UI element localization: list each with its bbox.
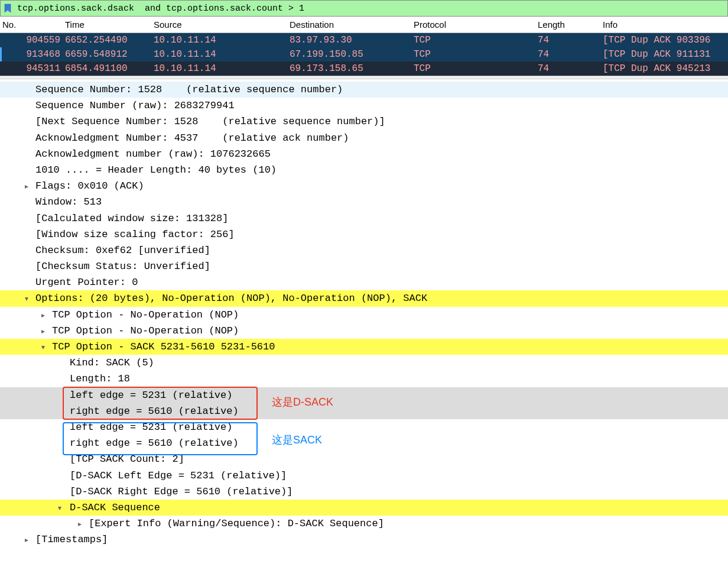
field-next-seq[interactable]: [Next Sequence Number: 1528 (relative se… <box>0 114 728 129</box>
field-options[interactable]: ▾Options: (20 bytes), No-Operation (NOP)… <box>0 290 728 306</box>
column-source[interactable]: Source <box>154 20 290 30</box>
column-info[interactable]: Info <box>603 20 728 30</box>
field-checksum-status[interactable]: [Checksum Status: Unverified] <box>0 258 728 274</box>
field-right-edge-1[interactable]: right edge = 5610 (relative) <box>0 403 728 419</box>
field-right-edge-2[interactable]: right edge = 5610 (relative) <box>0 435 728 451</box>
field-sack-kind[interactable]: Kind: SACK (5) <box>0 355 728 371</box>
chevron-down-icon[interactable]: ▾ <box>56 503 64 514</box>
bookmark-icon[interactable] <box>3 4 12 13</box>
column-destination[interactable]: Destination <box>290 20 414 30</box>
packet-list[interactable]: 904559 6652.254490 10.10.11.14 83.97.93.… <box>0 33 728 76</box>
field-seq-raw[interactable]: Sequence Number (raw): 2683279941 <box>0 98 728 114</box>
field-dsack-right[interactable]: [D-SACK Right Edge = 5610 (relative)] <box>0 484 728 500</box>
packet-list-header: No. Time Source Destination Protocol Len… <box>0 17 728 33</box>
column-time[interactable]: Time <box>65 20 154 30</box>
field-left-edge-1[interactable]: left edge = 5231 (relative) <box>0 387 728 403</box>
packet-row[interactable]: 913468 6659.548912 10.10.11.14 67.199.15… <box>0 47 728 61</box>
packet-details[interactable]: Sequence Number: 1528 (relative sequence… <box>0 79 728 547</box>
field-seq-relative[interactable]: Sequence Number: 1528 (relative sequence… <box>0 82 728 98</box>
field-scale-factor[interactable]: [Window size scaling factor: 256] <box>0 226 728 242</box>
column-no[interactable]: No. <box>0 20 65 30</box>
field-timestamps[interactable]: ▸[Timestamps] <box>0 532 728 547</box>
field-dsack-sequence[interactable]: ▾D-SACK Sequence <box>0 500 728 516</box>
field-window[interactable]: Window: 513 <box>0 194 728 210</box>
chevron-right-icon[interactable]: ▸ <box>76 519 84 530</box>
field-nop[interactable]: ▸TCP Option - No-Operation (NOP) <box>0 323 728 339</box>
field-nop[interactable]: ▸TCP Option - No-Operation (NOP) <box>0 307 728 323</box>
field-expert-info[interactable]: ▸[Expert Info (Warning/Sequence): D-SACK… <box>0 516 728 532</box>
chevron-down-icon[interactable]: ▾ <box>39 342 47 353</box>
field-checksum[interactable]: Checksum: 0xef62 [unverified] <box>0 242 728 258</box>
field-urgent-pointer[interactable]: Urgent Pointer: 0 <box>0 274 728 290</box>
field-ack-relative[interactable]: Acknowledgment Number: 4537 (relative ac… <box>0 130 728 146</box>
field-sack-count[interactable]: [TCP SACK Count: 2] <box>0 451 728 467</box>
packet-row[interactable]: 945311 6854.491100 10.10.11.14 69.173.15… <box>0 61 728 76</box>
chevron-right-icon[interactable]: ▸ <box>39 326 47 337</box>
column-protocol[interactable]: Protocol <box>414 20 538 30</box>
field-left-edge-2[interactable]: left edge = 5231 (relative) <box>0 419 728 435</box>
field-flags[interactable]: ▸Flags: 0x010 (ACK) <box>0 178 728 194</box>
field-calc-window[interactable]: [Calculated window size: 131328] <box>0 210 728 226</box>
display-filter-input[interactable] <box>16 3 725 14</box>
chevron-right-icon[interactable]: ▸ <box>39 310 47 321</box>
column-length[interactable]: Length <box>538 20 603 30</box>
chevron-right-icon[interactable]: ▸ <box>22 181 31 192</box>
field-dsack-left[interactable]: [D-SACK Left Edge = 5231 (relative)] <box>0 468 728 484</box>
field-ack-raw[interactable]: Acknowledgment number (raw): 1076232665 <box>0 146 728 162</box>
packet-row[interactable]: 904559 6652.254490 10.10.11.14 83.97.93.… <box>0 33 728 47</box>
chevron-right-icon[interactable]: ▸ <box>22 534 31 546</box>
field-header-length[interactable]: 1010 .... = Header Length: 40 bytes (10) <box>0 162 728 178</box>
display-filter-bar <box>0 0 728 17</box>
field-sack-length[interactable]: Length: 18 <box>0 371 728 387</box>
chevron-down-icon[interactable]: ▾ <box>22 293 31 304</box>
field-sack-option[interactable]: ▾TCP Option - SACK 5231-5610 5231-5610 <box>0 339 728 355</box>
